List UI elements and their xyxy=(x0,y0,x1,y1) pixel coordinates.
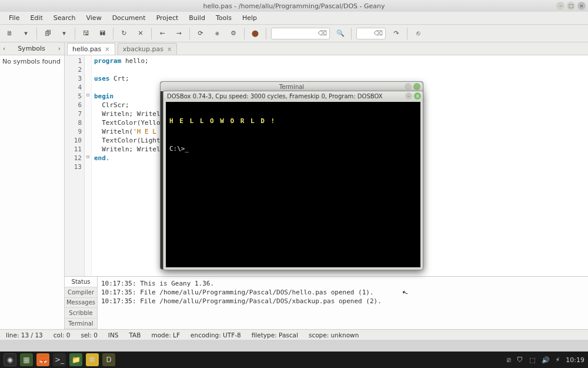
status-tab: TAB xyxy=(129,331,141,339)
minimize-icon[interactable]: － xyxy=(405,92,412,100)
dosbox-window[interactable]: DOSBox 0.74-3, Cpu speed: 3000 cycles, F… xyxy=(163,91,423,270)
file-manager-icon[interactable]: 📁 xyxy=(69,353,82,366)
minimize-icon[interactable] xyxy=(405,83,412,90)
save-all-icon[interactable]: 🖬 xyxy=(96,28,108,39)
symbols-empty-label: No symbols found xyxy=(0,55,64,68)
dosbox-title: DOSBox 0.74-3, Cpu speed: 3000 cycles, F… xyxy=(167,93,383,100)
menu-search[interactable]: Search xyxy=(48,12,81,24)
goto-line-input[interactable]: ⌫ xyxy=(271,28,330,39)
editor-tabs: hello.pas× xbackup.pas× xyxy=(65,42,588,55)
bp-tab-messages[interactable]: Messages xyxy=(65,298,97,309)
close-icon[interactable]: × xyxy=(105,46,109,52)
compile-icon[interactable]: ⟳ xyxy=(195,28,206,39)
menubar: File Edit Search View Document Project B… xyxy=(0,12,588,25)
minimize-button[interactable]: － xyxy=(556,2,564,10)
status-filetype: filetype: Pascal xyxy=(252,331,298,339)
line-gutter: 1 2 3 4 5 6 7 8 9 10 11 12 13 xyxy=(65,55,85,276)
quit-icon[interactable]: ⎋ xyxy=(412,28,424,39)
bp-tab-status[interactable]: Status xyxy=(65,277,97,287)
toolbar: 🗎 ▾ 🗐 ▾ 🖫 🖬 ↻ ✕ ← → ⟳ ⎈ ⚙ ⬤ ⌫ 🔍 ⌫ ↷ ⎋ xyxy=(0,25,588,42)
nav-forward-icon[interactable]: → xyxy=(173,28,185,39)
network-icon[interactable]: ⬚ xyxy=(529,356,535,364)
menu-project[interactable]: Project xyxy=(151,12,184,24)
dosbox-prompt: C:\>_ xyxy=(169,145,417,152)
jump-icon[interactable]: ↷ xyxy=(390,28,402,39)
menu-help[interactable]: Help xyxy=(237,12,262,24)
dosbox-screen[interactable]: H E L L O W O R L D ! C:\>_ xyxy=(166,102,420,267)
symbols-tab[interactable]: Symbols xyxy=(8,45,55,52)
geany-icon[interactable]: 🛠 xyxy=(86,353,99,366)
build-icon[interactable]: ⎈ xyxy=(211,28,223,39)
menu-file[interactable]: File xyxy=(4,12,25,24)
battery-icon[interactable]: ⚡ xyxy=(556,356,560,364)
status-line: line: 13 / 13 xyxy=(6,331,43,339)
new-file-icon[interactable]: 🗎 xyxy=(4,28,15,39)
tab-label: xbackup.pas xyxy=(123,45,163,53)
chevron-left-icon[interactable]: ‹ xyxy=(0,45,8,52)
start-menu-icon[interactable]: ◉ xyxy=(4,353,16,366)
tab-hello[interactable]: hello.pas× xyxy=(67,43,115,55)
menu-edit[interactable]: Edit xyxy=(25,12,48,24)
search-icon[interactable]: 🔍 xyxy=(335,28,346,39)
status-col: col: 0 xyxy=(54,331,71,339)
dropdown-icon[interactable]: ▾ xyxy=(58,28,70,39)
system-tray: ⎚ ⛉ ⬚ 🔊 ⚡ 10:19 xyxy=(507,356,584,364)
bp-tab-terminal[interactable]: Terminal xyxy=(65,319,97,329)
dropdown-icon[interactable]: ▾ xyxy=(20,28,32,39)
close-button[interactable]: × xyxy=(577,2,586,10)
close-file-icon[interactable]: ✕ xyxy=(135,28,146,39)
files-icon[interactable]: ▦ xyxy=(20,353,33,366)
chevron-right-icon[interactable]: › xyxy=(55,45,64,52)
run-icon[interactable]: ⚙ xyxy=(228,28,239,39)
nav-back-icon[interactable]: ← xyxy=(156,28,168,39)
bottom-panel: Status Compiler Messages Scribble Termin… xyxy=(65,276,588,329)
tray-icon[interactable]: ⎚ xyxy=(507,356,511,364)
sidebar: ‹ Symbols › No symbols found xyxy=(0,42,65,329)
status-scope: scope: unknown xyxy=(309,331,359,339)
close-icon[interactable]: × xyxy=(414,92,421,100)
dosbox-taskbar-icon[interactable]: D xyxy=(102,353,115,366)
dosbox-output: H E L L O W O R L D ! xyxy=(169,117,417,125)
tab-label: hello.pas xyxy=(72,45,101,53)
menu-view[interactable]: View xyxy=(81,12,107,24)
save-icon[interactable]: 🖫 xyxy=(80,28,92,39)
status-sel: sel: 0 xyxy=(81,331,97,339)
color-icon[interactable]: ⬤ xyxy=(249,28,261,39)
terminal-icon[interactable]: >_ xyxy=(53,353,66,366)
clock[interactable]: 10:19 xyxy=(566,356,584,364)
tab-xbackup[interactable]: xbackup.pas× xyxy=(118,43,178,55)
status-ins: INS xyxy=(108,331,119,339)
tray-icon[interactable]: ⛉ xyxy=(517,356,523,364)
status-mode: mode: LF xyxy=(151,331,180,339)
statusbar: line: 13 / 13 col: 0 sel: 0 INS TAB mode… xyxy=(0,329,588,340)
taskbar: ◉ ▦ 🦊 >_ 📁 🛠 D ⎚ ⛉ ⬚ 🔊 ⚡ 10:19 xyxy=(0,352,588,368)
fold-gutter[interactable]: ⊟ ⊟ xyxy=(85,55,92,276)
window-title: hello.pas - /home/allu/Programming/Pasca… xyxy=(203,2,385,10)
reload-icon[interactable]: ↻ xyxy=(118,28,130,39)
firefox-icon[interactable]: 🦊 xyxy=(36,353,49,366)
window-titlebar: hello.pas - /home/allu/Programming/Pasca… xyxy=(0,0,588,12)
maximize-button[interactable]: □ xyxy=(567,2,575,10)
menu-build[interactable]: Build xyxy=(183,12,211,24)
status-encoding: encoding: UTF-8 xyxy=(191,331,241,339)
status-log: 10:17:35: This is Geany 1.36. 10:17:35: … xyxy=(98,277,588,329)
clear-icon[interactable]: ⌫ xyxy=(373,29,383,37)
bp-tab-compiler[interactable]: Compiler xyxy=(65,287,97,298)
close-icon[interactable]: × xyxy=(167,46,172,52)
close-icon[interactable] xyxy=(413,83,420,90)
open-recent-icon[interactable]: 🗐 xyxy=(42,28,54,39)
jump-input[interactable]: ⌫ xyxy=(356,28,386,39)
terminal-title: Terminal xyxy=(279,84,304,90)
menu-document[interactable]: Document xyxy=(107,12,151,24)
clear-icon[interactable]: ⌫ xyxy=(318,29,327,37)
volume-icon[interactable]: 🔊 xyxy=(542,356,550,364)
bp-tab-scribble[interactable]: Scribble xyxy=(65,308,97,319)
menu-tools[interactable]: Tools xyxy=(211,12,237,24)
